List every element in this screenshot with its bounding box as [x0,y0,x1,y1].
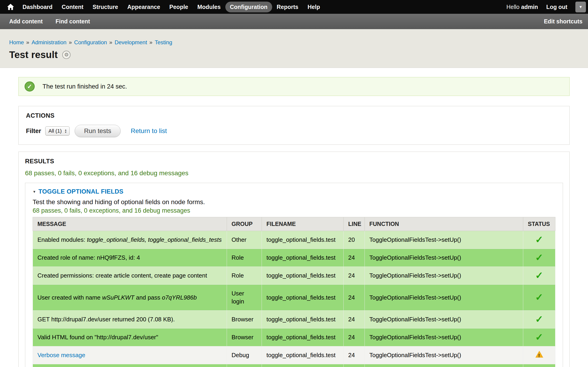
page-title: Test result [9,49,58,60]
toolbar-item-dashboard[interactable]: Dashboard [18,2,57,12]
admin-toolbar: Dashboard Content Structure Appearance P… [0,0,588,14]
group-collapse-toggle[interactable]: ▼ TOGGLE OPTIONAL FIELDS [33,188,555,195]
column-header-status: STATUS [523,217,555,231]
greeting-prefix: Hello [506,4,519,10]
status-cell: ✓ [523,311,555,328]
results-summary: 68 passes, 0 fails, 0 exceptions, and 16… [25,169,563,177]
warning-icon [536,351,543,358]
toolbar-toggle-button[interactable]: ▼ [575,2,586,12]
test-group-fieldset: ▼ TOGGLE OPTIONAL FIELDS Test the showin… [25,183,563,367]
breadcrumb-separator: » [109,39,112,45]
status-message: ✓ The test run finished in 24 sec. [18,77,570,96]
toolbar-item-appearance[interactable]: Appearance [123,2,165,12]
username: admin [521,4,538,10]
message-cell: Verbose message [33,346,227,364]
message-variable: wSuPLKWT [102,294,134,301]
toolbar-item-help[interactable]: Help [303,2,325,12]
table-row: Valid HTML found on "http://drupal7.dev/… [33,328,555,346]
table-row: Verbose messageDebugtoggle_optional_fiel… [33,346,555,364]
group-cell [227,364,262,367]
line-cell: 24 [344,311,365,328]
breadcrumb-link-development[interactable]: Development [115,39,147,45]
results-table: MESSAGE GROUP FILENAME LINE FUNCTION STA… [33,217,555,367]
message-text: Created role of name: nHQ9fFZS, id: 4 [37,254,140,261]
line-cell: 24 [344,346,365,364]
status-cell: ✓ [523,364,555,367]
shortcut-find-content[interactable]: Find content [56,18,90,25]
column-header-group: GROUP [227,217,262,231]
status-cell: ✓ [523,328,555,346]
message-cell: GET http://drupal7.dev/user returned 200… [33,311,227,328]
edit-shortcuts-link[interactable]: Edit shortcuts [544,18,582,25]
toolbar-item-modules[interactable]: Modules [193,2,225,12]
filename-cell: toggle_optional_fields.test [262,285,344,311]
table-row: Enabled modules: toggle_optional_fields,… [33,231,555,249]
message-cell: Valid HTML found on "http://drupal7.dev/… [33,328,227,346]
function-cell: ToggleOptionalFieldsTest->setUp() [365,311,523,328]
status-cell: ✓ [523,285,555,311]
content-area: ✓ The test run finished in 24 sec. ACTIO… [0,68,588,367]
group-cell: Other [227,231,262,249]
contextual-gear-icon[interactable]: ⚙ [62,51,70,59]
breadcrumb: Home»Administration»Configuration»Develo… [9,39,579,46]
function-cell: ToggleOptionalFieldsTest->setUp() [365,328,523,346]
toolbar-item-people[interactable]: People [165,2,193,12]
line-cell: 24 [344,328,365,346]
pass-check-icon: ✓ [535,253,543,262]
filename-cell: toggle_optional_fields.test [262,328,344,346]
verbose-message-link[interactable]: Verbose message [37,352,85,359]
group-cell: User login [227,285,262,311]
status-cell [523,346,555,364]
message-cell [33,364,227,367]
toolbar-item-configuration[interactable]: Configuration [225,2,272,12]
message-cell: Created permissions: create article cont… [33,267,227,285]
toolbar-item-structure[interactable]: Structure [88,2,123,12]
status-cell: ✓ [523,267,555,285]
message-text: User created with name [37,294,102,301]
toolbar-item-reports[interactable]: Reports [272,2,303,12]
filename-cell: toggle_optional_fields.test [262,267,344,285]
breadcrumb-link-configuration[interactable]: Configuration [74,39,107,45]
message-text: Valid HTML found on "http://drupal7.dev/… [37,334,158,341]
filename-cell: toggle_optional_fields.test [262,231,344,249]
pass-check-icon: ✓ [535,271,543,280]
status-cell: ✓ [523,249,555,267]
table-row: GET http://drupal7.dev/user returned 200… [33,311,555,328]
column-header-function: FUNCTION [365,217,523,231]
message-text: GET http://drupal7.dev/user returned 200… [37,316,175,323]
arrow-down-icon: ▼ [64,131,67,133]
message-text: and pass [134,294,162,301]
line-cell: 24 [344,267,365,285]
column-header-filename: FILENAME [262,217,344,231]
filter-label: Filter [26,127,41,135]
logout-link[interactable]: Log out [546,4,567,10]
toolbar-item-content[interactable]: Content [57,2,88,12]
message-text: Enabled modules: [37,236,87,243]
run-tests-button[interactable]: Run tests [75,125,121,137]
breadcrumb-link-home[interactable]: Home [9,39,24,45]
line-cell: 24 [344,249,365,267]
home-icon[interactable] [5,2,17,12]
breadcrumb-link-testing[interactable]: Testing [155,39,172,45]
message-cell: Enabled modules: toggle_optional_fields,… [33,231,227,249]
group-cell: Debug [227,346,262,364]
function-cell [365,364,523,367]
results-legend: RESULTS [25,158,563,165]
breadcrumb-link-administration[interactable]: Administration [32,39,66,45]
shortcut-add-content[interactable]: Add content [9,18,43,25]
function-cell: ToggleOptionalFieldsTest->setUp() [365,267,523,285]
select-arrows-icon: ▲▼ [64,129,67,133]
group-cell: Browser [227,328,262,346]
results-table-body: Enabled modules: toggle_optional_fields,… [33,231,555,367]
status-ok-icon: ✓ [25,81,35,92]
pass-check-icon: ✓ [535,332,543,342]
group-cell: Role [227,249,262,267]
actions-panel: ACTIONS Filter All (1) ▲▼ Run tests Retu… [18,106,570,145]
return-to-list-link[interactable]: Return to list [131,127,167,135]
actions-legend: ACTIONS [26,112,562,119]
message-cell: User created with name wSuPLKWT and pass… [33,285,227,311]
message-text: Created permissions: create article cont… [37,272,207,279]
line-cell: 24 [344,285,365,311]
filter-select[interactable]: All (1) ▲▼ [45,126,69,135]
status-cell: ✓ [523,231,555,249]
